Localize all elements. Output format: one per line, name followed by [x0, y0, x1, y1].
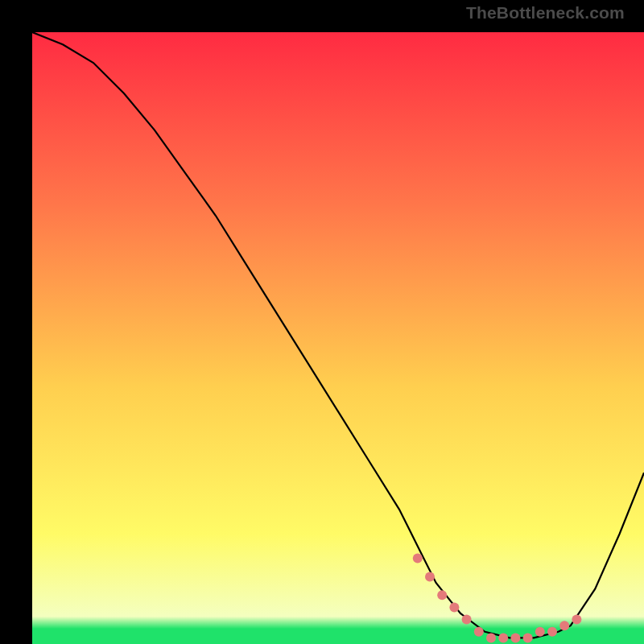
marker-dot [498, 633, 508, 642]
marker-dot [559, 621, 569, 630]
marker-dot [510, 633, 520, 642]
marker-dot [474, 627, 484, 637]
bottleneck-chart [32, 32, 644, 644]
marker-dot [572, 615, 581, 625]
marker-dot [462, 615, 472, 625]
marker-dot [486, 633, 496, 642]
marker-dot [437, 590, 447, 600]
marker-dot [425, 572, 435, 581]
marker-dot [413, 554, 423, 564]
chart-frame [16, 16, 628, 628]
marker-dot [523, 633, 533, 642]
watermark-text: TheBottleneck.com [466, 3, 625, 23]
marker-dot [547, 627, 557, 637]
marker-dot [535, 627, 545, 637]
marker-dot [449, 602, 459, 612]
gradient-background [32, 32, 644, 644]
